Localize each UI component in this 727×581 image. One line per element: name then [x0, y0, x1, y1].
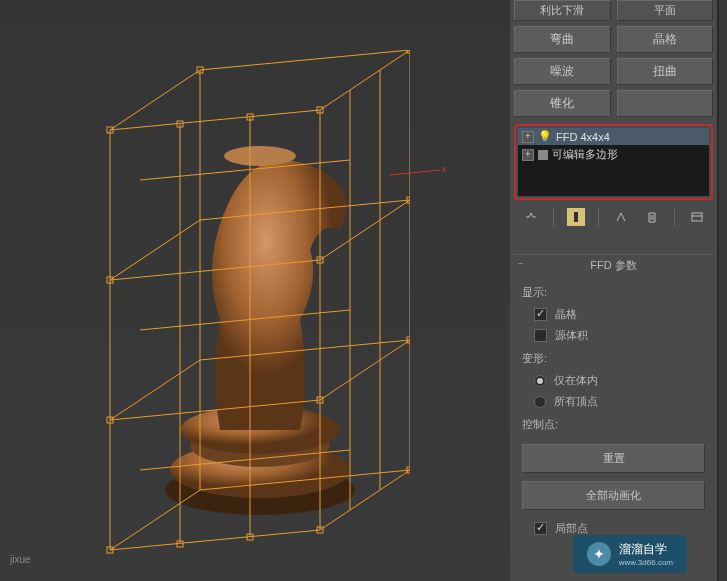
checkbox-source-volume-label: 源体积: [555, 328, 588, 343]
make-unique-icon[interactable]: [612, 208, 630, 226]
svg-line-22: [390, 170, 440, 175]
watermark-url: www.3d66.com: [619, 558, 673, 567]
reset-button[interactable]: 重置: [522, 444, 705, 473]
modifier-btn-bend[interactable]: 弯曲: [514, 26, 611, 53]
modifier-stack-highlight: + 💡 FFD 4x4x4 + 可编辑多边形: [514, 124, 713, 200]
configure-sets-icon[interactable]: [688, 208, 706, 226]
expand-icon[interactable]: +: [522, 131, 534, 143]
rollout-header-ffd-params[interactable]: − FFD 参数: [514, 254, 713, 276]
pin-stack-icon[interactable]: [522, 208, 540, 226]
watermark-brand: 溜溜自学: [619, 541, 673, 558]
watermark-logo-icon: ✦: [587, 542, 611, 566]
control-points-section-label: 控制点:: [522, 417, 705, 432]
ffd-lattice: [90, 50, 410, 560]
radio-all-vertices-label: 所有顶点: [554, 394, 598, 409]
stack-item-label: 可编辑多边形: [552, 147, 618, 162]
checkbox-lattice[interactable]: [534, 308, 547, 321]
radio-in-volume[interactable]: [534, 375, 546, 387]
stack-item-label: FFD 4x4x4: [556, 131, 610, 143]
modifier-btn-lattice[interactable]: 晶格: [617, 26, 714, 53]
deform-section-label: 变形:: [522, 351, 705, 366]
modifier-btn-empty[interactable]: [617, 90, 714, 117]
modifier-btn-taper[interactable]: 锥化: [514, 90, 611, 117]
square-icon: [538, 150, 548, 160]
checkbox-local-label: 局部点: [555, 521, 588, 536]
viewport-3d[interactable]: x: [0, 0, 510, 581]
modifier-btn-1a[interactable]: 利比下滑: [514, 0, 611, 21]
stack-item-editable-poly[interactable]: + 可编辑多边形: [518, 145, 709, 164]
expand-icon[interactable]: +: [522, 149, 534, 161]
watermark-badge: ✦ 溜溜自学 www.3d66.com: [573, 535, 687, 573]
modifier-btn-noise[interactable]: 噪波: [514, 58, 611, 85]
animate-all-button[interactable]: 全部动画化: [522, 481, 705, 510]
svg-text:x: x: [442, 164, 447, 174]
checkbox-lattice-label: 晶格: [555, 307, 577, 322]
remove-modifier-icon[interactable]: [643, 208, 661, 226]
svg-rect-24: [574, 212, 578, 222]
display-section-label: 显示:: [522, 285, 705, 300]
radio-in-volume-label: 仅在体内: [554, 373, 598, 388]
show-end-result-icon[interactable]: [567, 208, 585, 226]
collapse-icon[interactable]: −: [516, 258, 526, 268]
modifier-btn-twist[interactable]: 扭曲: [617, 58, 714, 85]
svg-rect-25: [692, 213, 702, 221]
panel-scrollbar[interactable]: [719, 0, 727, 581]
axis-gizmo: x: [390, 160, 450, 190]
modify-panel: 利比下滑 平面 弯曲 晶格 噪波 扭曲 锥化 + 💡 FFD 4x4x4 + 可…: [510, 0, 717, 581]
rollout-body-ffd: 显示: 晶格 源体积 变形: 仅在体内 所有顶点 控制点:: [514, 276, 713, 440]
modifier-btn-1b[interactable]: 平面: [617, 0, 714, 21]
stack-item-ffd[interactable]: + 💡 FFD 4x4x4: [518, 128, 709, 145]
stack-toolbar: [514, 200, 713, 234]
watermark-sub: jixue: [10, 554, 582, 565]
modifier-stack[interactable]: + 💡 FFD 4x4x4 + 可编辑多边形: [518, 128, 709, 196]
checkbox-source-volume[interactable]: [534, 329, 547, 342]
radio-all-vertices[interactable]: [534, 396, 546, 408]
checkbox-local[interactable]: [534, 522, 547, 535]
